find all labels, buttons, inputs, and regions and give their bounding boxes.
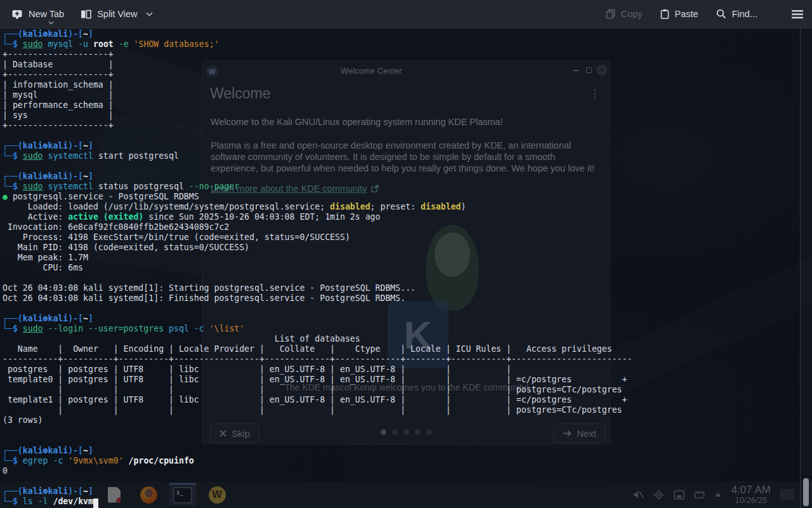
terminal-text-segment: └─$ bbox=[3, 151, 18, 161]
terminal-text-segment bbox=[18, 39, 23, 49]
terminal-line: postgres | postgres | UTF8 | libc | en_U… bbox=[3, 364, 799, 375]
terminal-text-segment bbox=[124, 456, 129, 465]
terminal-text-segment bbox=[43, 39, 48, 49]
terminal-text-segment: | Database | bbox=[3, 60, 114, 69]
terminal-text-segment: sudo bbox=[23, 324, 43, 333]
terminal-text-segment: | performance_schema | bbox=[3, 100, 114, 110]
paste-button[interactable]: Paste bbox=[660, 9, 698, 19]
terminal-line: Invocation: 6e8caf92fc0840ffb2be62434089… bbox=[3, 222, 799, 232]
terminal-text-segment: 0 bbox=[3, 466, 8, 476]
terminal-line: ┌──(kali⊛kali)-[~] bbox=[3, 141, 799, 151]
terminal-text-segment: ; preset: bbox=[370, 202, 421, 211]
terminal-text-segment bbox=[189, 324, 194, 333]
terminal-text-segment: ┌──( bbox=[3, 171, 23, 181]
terminal-text-segment: ~ bbox=[83, 446, 88, 455]
terminal-text-segment: ~ bbox=[83, 29, 88, 39]
terminal-text-segment bbox=[18, 324, 23, 333]
terminal-line: Process: 4198 ExecStart=/bin/true (code=… bbox=[3, 232, 799, 243]
terminal-line: ┌──(kali⊛kali)-[~] bbox=[3, 29, 799, 39]
terminal-text-segment: ] bbox=[88, 314, 93, 323]
terminal-line: ● postgresql.service - PostgreSQL RDBMS bbox=[3, 192, 799, 202]
find-label: Find... bbox=[732, 9, 757, 19]
terminal-line: template1 | postgres | UTF8 | libc | en_… bbox=[3, 395, 799, 405]
terminal-line: | sys | bbox=[3, 110, 799, 121]
terminal-text-segment: --no-pager bbox=[189, 182, 239, 191]
terminal-line bbox=[3, 273, 799, 283]
terminal-text-segment: kali⊛kali bbox=[23, 314, 68, 323]
hamburger-icon bbox=[792, 10, 803, 18]
terminal-line: ┌──(kali⊛kali)-[~] bbox=[3, 314, 799, 324]
split-view-button[interactable]: Split View bbox=[81, 9, 152, 19]
terminal-text-segment: psql bbox=[169, 324, 189, 333]
terminal-text-segment: kali⊛kali bbox=[23, 171, 68, 181]
terminal-line: (3 rows) bbox=[3, 415, 799, 425]
terminal-line: Name | Owner | Encoding | Locale Provide… bbox=[3, 344, 799, 354]
terminal-line bbox=[3, 161, 799, 171]
terminal-line bbox=[3, 304, 799, 314]
terminal-text-segment: )-[ bbox=[68, 446, 83, 455]
terminal-text-segment: --user=postgres bbox=[88, 324, 164, 333]
terminal-line: List of databases bbox=[3, 334, 799, 344]
terminal-line: +--------------------+ bbox=[3, 121, 799, 131]
terminal-text-segment: -l bbox=[38, 497, 48, 506]
chevron-down-icon[interactable] bbox=[48, 21, 54, 25]
terminal-text-segment: -u bbox=[78, 39, 88, 49]
terminal-text-segment: template0 | postgres | UTF8 | libc | en_… bbox=[3, 375, 627, 384]
tab-plus-icon bbox=[11, 9, 23, 19]
chevron-down-icon[interactable] bbox=[146, 12, 153, 17]
copy-icon bbox=[606, 9, 615, 19]
terminal-line: +--------------------+ bbox=[3, 70, 799, 80]
terminal-text-segment: sudo bbox=[23, 151, 43, 161]
terminal-text-segment: kali⊛kali bbox=[23, 486, 68, 496]
find-button[interactable]: Find... bbox=[716, 9, 757, 19]
menu-button[interactable] bbox=[792, 10, 803, 18]
terminal-text-segment: ~ bbox=[83, 141, 88, 150]
terminal-text-segment: └─$ bbox=[3, 497, 18, 506]
terminal-text-segment bbox=[33, 497, 38, 506]
terminal-text-segment: +--------------------+ bbox=[3, 50, 114, 59]
terminal-text-segment: /dev/kvm bbox=[53, 497, 93, 506]
terminal-text-segment bbox=[114, 39, 119, 49]
terminal-output[interactable]: ┌──(kali⊛kali)-[~]└─$ sudo mysql -u root… bbox=[0, 29, 799, 508]
terminal-scrollbar-thumb[interactable] bbox=[803, 478, 809, 506]
terminal-line: -----------+----------+----------+------… bbox=[3, 354, 799, 364]
terminal-line: Mem peak: 1.7M bbox=[3, 253, 799, 263]
terminal-text-segment: ┌──( bbox=[3, 486, 23, 496]
terminal-text-segment: --login bbox=[48, 324, 84, 333]
terminal-text-segment bbox=[88, 39, 93, 49]
terminal-line: ┌──(kali⊛kali)-[~] bbox=[3, 446, 799, 456]
terminal-line: └─$ sudo --login --user=postgres psql -c… bbox=[3, 324, 799, 334]
terminal-line: └─$ sudo systemctl start postgresql bbox=[3, 151, 799, 161]
terminal-text-segment: '9vmx\svm0' bbox=[68, 456, 123, 465]
terminal-text-segment: ~ bbox=[83, 314, 88, 323]
terminal-text-segment: Oct 26 04:03:08 kali systemd[1]: Finishe… bbox=[3, 293, 405, 303]
terminal-scrollbar-track[interactable] bbox=[800, 29, 812, 508]
terminal-text-segment bbox=[43, 324, 48, 333]
terminal-text-segment: )-[ bbox=[68, 29, 83, 39]
terminal-text-segment: -e bbox=[119, 39, 129, 49]
new-tab-button[interactable]: New Tab bbox=[11, 9, 64, 19]
terminal-text-segment: | | | | | | | | postgres=CTc/postgres bbox=[3, 405, 622, 415]
terminal-line bbox=[3, 436, 799, 446]
terminal-text-segment: ] bbox=[88, 446, 93, 455]
terminal-text-segment bbox=[43, 182, 48, 191]
terminal-line: ┌──(kali⊛kali)-[~] bbox=[3, 171, 799, 182]
terminal-text-segment: Mem peak: 1.7M bbox=[3, 253, 88, 262]
text-cursor bbox=[93, 498, 98, 508]
clipboard-icon bbox=[660, 9, 669, 19]
terminal-text-segment: | sys | bbox=[3, 110, 114, 120]
terminal-line: template0 | postgres | UTF8 | libc | en_… bbox=[3, 375, 799, 385]
terminal-text-segment: postgres | postgres | UTF8 | libc | en_U… bbox=[3, 364, 516, 374]
terminal-text-segment: '\list' bbox=[209, 324, 245, 333]
terminal-line: | | | | | | | | postgres=CTc/postgres bbox=[3, 405, 799, 415]
terminal-line: Main PID: 4198 (code=exited, status=0/SU… bbox=[3, 243, 799, 253]
terminal-text-segment bbox=[83, 324, 88, 333]
copy-button[interactable]: Copy bbox=[606, 9, 643, 19]
terminal-text-segment: postgresql.service - PostgreSQL RDBMS bbox=[8, 192, 199, 201]
terminal-text-segment: ~ bbox=[83, 486, 88, 496]
terminal-text-segment: | | | | | | | | postgres=CTc/postgres bbox=[3, 385, 622, 394]
terminal-text-segment bbox=[73, 39, 78, 49]
terminal-line: 0 bbox=[3, 466, 799, 476]
terminal-text-segment: | information_schema | bbox=[3, 80, 114, 90]
terminal-text-segment: └─$ bbox=[3, 324, 18, 333]
